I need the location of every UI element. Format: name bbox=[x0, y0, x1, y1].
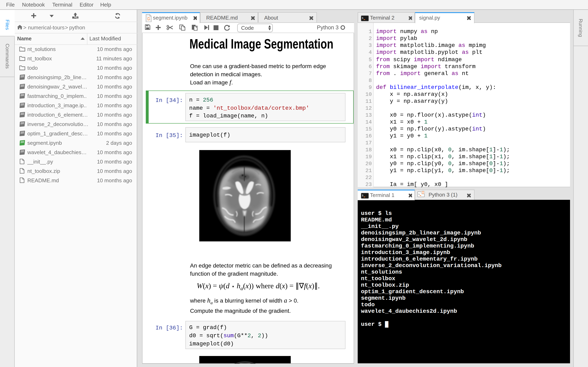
svg-text:>: > bbox=[418, 193, 420, 196]
svg-text:$: $ bbox=[362, 17, 363, 20]
svg-text:$: $ bbox=[362, 194, 363, 197]
